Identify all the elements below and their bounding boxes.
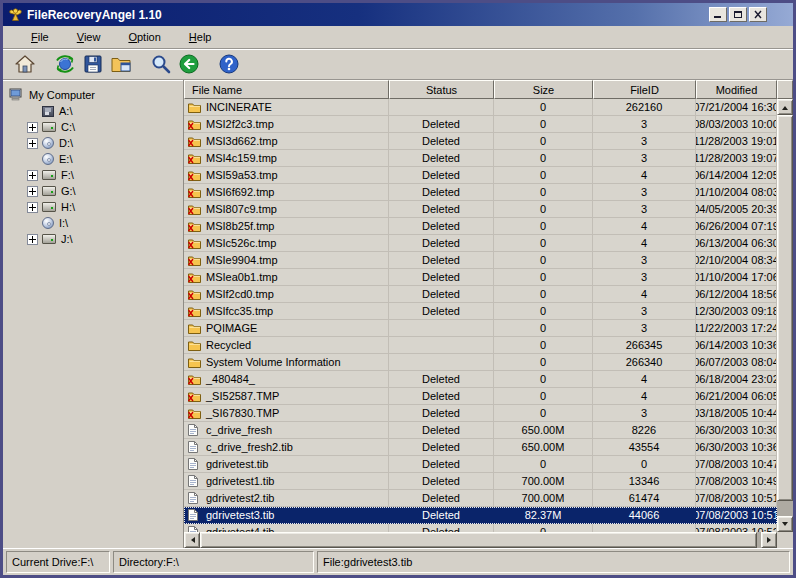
file-row[interactable]: MSIfcc35.tmpDeleted0312/30/2003 09:18	[184, 303, 777, 320]
folder-x-icon	[188, 119, 202, 130]
scroll-down-button[interactable]	[777, 516, 793, 532]
file-row[interactable]: PQIMAGE0311/22/2003 17:24	[184, 320, 777, 337]
tree-item-h[interactable]: H:\	[27, 199, 181, 215]
file-icon	[188, 424, 202, 436]
search-button[interactable]	[147, 50, 175, 78]
horizontal-scrollbar-row	[184, 532, 793, 548]
back-button[interactable]	[175, 50, 203, 78]
tree-item-label: E:\	[59, 153, 72, 165]
size-cell: 0	[494, 167, 593, 184]
file-row[interactable]: gdrivetest.tibDeleted0007/08/2003 10:47	[184, 456, 777, 473]
column-header-modified[interactable]: Modified	[696, 80, 777, 99]
folder-x-icon	[188, 272, 202, 283]
scroll-left-button[interactable]	[184, 532, 200, 548]
file-row[interactable]: _SI67830.TMPDeleted0303/18/2005 10:44	[184, 405, 777, 422]
maximize-button[interactable]	[729, 7, 747, 22]
refresh-button[interactable]	[51, 50, 79, 78]
help-button[interactable]	[215, 50, 243, 78]
file-name: MSIf2cd0.tmp	[206, 288, 274, 300]
tree-item-label: A:\	[59, 105, 72, 117]
file-name-cell: MSIfcc35.tmp	[184, 303, 389, 320]
tree-item-c[interactable]: C:\	[27, 119, 181, 135]
file-name: MSIc526c.tmp	[206, 237, 276, 249]
modified-cell: 01/10/2004 17:06	[696, 269, 777, 286]
file-row[interactable]: MSIf2cd0.tmpDeleted0406/12/2004 18:56	[184, 286, 777, 303]
file-row[interactable]: MSI4c159.tmpDeleted0311/28/2003 19:07	[184, 150, 777, 167]
expand-plus-icon[interactable]	[27, 138, 38, 149]
column-header-size[interactable]: Size	[494, 80, 593, 99]
tree-item-i[interactable]: I:\	[27, 215, 181, 231]
status-cell: Deleted	[389, 524, 494, 532]
file-row[interactable]: gdrivetest1.tibDeleted700.00M1334607/08/…	[184, 473, 777, 490]
tree-item-label: H:\	[61, 201, 75, 213]
tree-item-a[interactable]: A:\	[27, 103, 181, 119]
expand-plus-icon[interactable]	[27, 122, 38, 133]
folder-icon	[188, 340, 202, 351]
expand-plus-icon[interactable]	[27, 202, 38, 213]
modified-cell: 01/10/2004 08:03	[696, 184, 777, 201]
home-button[interactable]	[11, 50, 39, 78]
file-row[interactable]: System Volume Information026634006/07/20…	[184, 354, 777, 371]
size-cell: 82.37M	[494, 507, 593, 524]
folder-view-button[interactable]	[107, 50, 135, 78]
menu-view[interactable]: View	[63, 28, 115, 46]
vertical-scroll-thumb[interactable]	[777, 115, 793, 501]
minimize-button[interactable]	[709, 7, 727, 22]
file-row[interactable]: MSIc526c.tmpDeleted0406/13/2004 06:30	[184, 235, 777, 252]
menu-option[interactable]: Option	[114, 28, 174, 46]
file-row[interactable]: MSI3d662.tmpDeleted0311/28/2003 19:01	[184, 133, 777, 150]
fileid-cell: 13346	[593, 473, 696, 490]
file-row[interactable]: INCINERATE026216007/21/2004 16:30	[184, 99, 777, 116]
file-row[interactable]: gdrivetest2.tibDeleted700.00M6147407/08/…	[184, 490, 777, 507]
size-cell: 650.00M	[494, 422, 593, 439]
expand-plus-icon[interactable]	[27, 234, 38, 245]
file-name-cell: MSI6f692.tmp	[184, 184, 389, 201]
titlebar[interactable]: FileRecoveryAngel 1.10	[3, 3, 793, 26]
file-row[interactable]: Recycled026634506/14/2003 10:36	[184, 337, 777, 354]
save-button[interactable]	[79, 50, 107, 78]
file-row[interactable]: c_drive_fresh2.tibDeleted650.00M4355406/…	[184, 439, 777, 456]
folder-view-icon	[110, 54, 132, 74]
file-row[interactable]: MSIe9904.tmpDeleted0302/10/2004 08:34	[184, 252, 777, 269]
file-row[interactable]: gdrivetest4.tibDeleted007/08/2003 10:52	[184, 524, 777, 532]
file-row[interactable]: c_drive_freshDeleted650.00M822606/30/200…	[184, 422, 777, 439]
file-name: MSI59a53.tmp	[206, 169, 278, 181]
size-cell: 0	[494, 337, 593, 354]
file-row[interactable]: MSIea0b1.tmpDeleted0301/10/2004 17:06	[184, 269, 777, 286]
column-header-status[interactable]: Status	[389, 80, 494, 99]
file-row[interactable]: _480484_Deleted0406/18/2004 23:02	[184, 371, 777, 388]
file-row[interactable]: MSI6f692.tmpDeleted0301/10/2004 08:03	[184, 184, 777, 201]
folder-x-icon	[188, 255, 202, 266]
horizontal-scroll-thumb[interactable]	[200, 532, 757, 548]
scroll-up-button[interactable]	[777, 99, 793, 115]
file-name: _SI52587.TMP	[206, 390, 279, 402]
expand-plus-icon[interactable]	[27, 170, 38, 181]
tree-item-d[interactable]: D:\	[27, 135, 181, 151]
close-button[interactable]	[749, 7, 767, 22]
tree-item-e[interactable]: E:\	[27, 151, 181, 167]
column-header-fileid[interactable]: FileID	[593, 80, 696, 99]
tree-item-g[interactable]: G:\	[27, 183, 181, 199]
tree-item-my-computer[interactable]: My Computer	[9, 87, 181, 103]
menu-file[interactable]: File	[17, 28, 63, 46]
file-icon	[188, 441, 202, 453]
folder-icon	[188, 323, 202, 334]
vertical-scrollbar[interactable]	[777, 99, 793, 532]
status-cell: Deleted	[389, 456, 494, 473]
file-row[interactable]: MSI807c9.tmpDeleted0304/05/2005 20:39	[184, 201, 777, 218]
file-name-cell: MSIea0b1.tmp	[184, 269, 389, 286]
tree-item-j[interactable]: J:\	[27, 231, 181, 247]
file-row[interactable]: MSI59a53.tmpDeleted0406/14/2004 12:05	[184, 167, 777, 184]
scroll-right-button[interactable]	[761, 532, 777, 548]
menu-help[interactable]: Help	[175, 28, 226, 46]
file-row[interactable]: MSI2f2c3.tmpDeleted0308/03/2003 10:00	[184, 116, 777, 133]
status-current-drive: Current Drive:F:\	[6, 551, 110, 573]
horizontal-scrollbar[interactable]	[184, 532, 777, 548]
tree-item-f[interactable]: F:\	[27, 167, 181, 183]
file-row[interactable]: _SI52587.TMPDeleted0406/21/2004 06:05	[184, 388, 777, 405]
file-row[interactable]: gdrivetest3.tibDeleted82.37M4406607/08/2…	[184, 507, 777, 524]
column-header-file-name[interactable]: File Name	[184, 80, 389, 99]
expand-plus-icon[interactable]	[27, 186, 38, 197]
tree-item-label: J:\	[61, 233, 73, 245]
file-row[interactable]: MSI8b25f.tmpDeleted0406/26/2004 07:19	[184, 218, 777, 235]
